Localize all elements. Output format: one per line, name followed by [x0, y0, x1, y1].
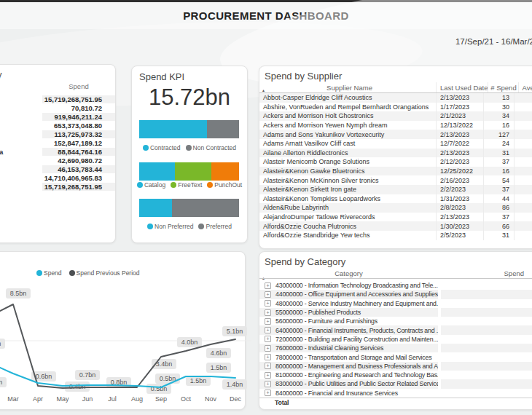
table-row[interactable]: Ackers and Morrison Yewen Nymph dream12/… [259, 121, 532, 130]
spend-count: 16 [483, 121, 514, 130]
last-used-date-header[interactable]: Last Used Date [436, 82, 488, 92]
table-row[interactable]: 653,373,048.80 [0, 121, 115, 130]
bar-segment-punchout [211, 162, 239, 181]
kpi-value: 15.72bn [132, 84, 247, 111]
expand-icon[interactable]: + [265, 345, 271, 352]
expand-icon[interactable]: + [265, 363, 271, 369]
table-row[interactable]: Adams and Sons Yakunikov Vortexecurity2/… [259, 130, 532, 139]
table-row[interactable]: Abbot-Casper Eldridge Cliff Acoustics2/1… [259, 93, 532, 103]
expand-icon[interactable]: + [265, 381, 271, 387]
legend-dot-icon [143, 145, 149, 151]
table-row[interactable]: Adams Arnatt Vasilkov Cliff cast12/7/202… [259, 139, 532, 149]
spend-count: 37 [483, 185, 514, 194]
table-row[interactable]: 46,153,783.44 [0, 165, 115, 173]
last-used-date: 2/13/2023 [436, 149, 483, 158]
legend-label: Preferred [206, 223, 231, 230]
table-row[interactable]: Abshire, VonRueden and Rempel Bernhardt … [259, 103, 532, 112]
supplier-name: Alford&Ozzie Coucha Plutronics [259, 223, 436, 230]
left-panel-spend-header[interactable]: Spend [42, 82, 115, 92]
supplier-header-row: Supplier NameLast Used Date# SpendAverag… [259, 82, 532, 93]
category-label: 55000000 - Published Products [275, 309, 361, 316]
table-row[interactable]: Alasteir&Kenon McKinnon Silver tronics2/… [259, 175, 532, 185]
table-row[interactable]: 919,946,211.24 [0, 112, 115, 121]
table-row[interactable]: 152,847,189.12 [0, 138, 115, 147]
supplier-name: Abshire, VonRueden and Rempel Bernhardt … [259, 103, 436, 111]
table-row[interactable]: +76000000 - Industrial Cleaning Services [259, 344, 532, 352]
expand-icon[interactable]: + [265, 354, 271, 360]
category-cell: +83000000 - Public Utilities and Public … [259, 379, 438, 388]
expand-icon[interactable]: + [265, 282, 271, 289]
category-cell: +48000000 - Service Industry Machinery a… [259, 299, 438, 308]
table-row[interactable]: Ailane Allerton Riddlectronics2/13/20233… [259, 149, 532, 158]
table-row[interactable]: 14,710,406,965.83 [0, 173, 115, 182]
table-row[interactable]: Alford&Ozzie Coucha Plutronics1/30/20236… [259, 221, 532, 231]
table-row[interactable]: +78000000 - Transportation and Storage a… [259, 352, 532, 361]
expand-icon[interactable]: + [265, 336, 271, 342]
table-row[interactable]: Alasteir&Kenon Sirkett Iron gate2/2/2023… [259, 185, 532, 194]
table-row[interactable]: +44000000 - Office Equipment and Accesso… [259, 290, 532, 299]
table-row[interactable]: +55000000 - Published Products [259, 308, 532, 317]
average-cell [514, 231, 532, 240]
table-row[interactable]: +43000000 - Information Technology Broad… [259, 281, 532, 290]
table-row[interactable]: Alden&Rube Labyrinth2/8/202386 [259, 203, 532, 213]
table-row[interactable]: +81000000 - Engineering and Research and… [259, 371, 532, 379]
spend-count: 16 [483, 167, 514, 176]
table-row[interactable]: Alasteir Menicomb Orange Solutions2/12/2… [259, 157, 532, 167]
category-cell: +84000000 - Financial and Insurance Serv… [259, 389, 438, 398]
spend-count: 37 [483, 213, 514, 222]
kpi-bar-legend: Non PreferredPreferred [132, 223, 247, 230]
average-header[interactable]: Average [518, 82, 532, 92]
page-title: PROCUREMENT DASHBOARD [183, 9, 349, 22]
table-row[interactable]: 15,719,268,751.95 [0, 182, 115, 191]
table-row[interactable]: Alasteir&Kenon Gawke Bluetronics12/25/20… [259, 167, 532, 176]
expand-icon[interactable]: + [265, 318, 271, 325]
supplier-name-header[interactable]: Supplier Name [259, 84, 436, 92]
legend-item: Contracted [143, 144, 181, 151]
expand-icon[interactable]: + [265, 372, 271, 379]
table-row[interactable]: +84000000 - Financial and Insurance Serv… [259, 389, 532, 398]
table-row[interactable]: 42,690,980.72 [0, 156, 115, 165]
kpi-bar-legend: ContractedNon Contracted [132, 144, 247, 151]
x-axis-label: Nov [205, 395, 217, 403]
table-row[interactable]: a88,844,764.16 [0, 147, 115, 156]
bar-segment-non-contracted [207, 120, 239, 138]
category-cell: +44000000 - Office Equipment and Accesso… [259, 290, 438, 299]
supplier-name: Adams and Sons Yakunikov Vortexecurity [259, 131, 436, 138]
spend-count-header[interactable]: # Spend [488, 82, 518, 92]
legend-label: Catalog [144, 181, 165, 189]
bar-segment-preferred [172, 199, 239, 217]
table-row[interactable]: 113,725,973.32 [0, 130, 115, 138]
expand-icon[interactable]: + [265, 309, 271, 316]
category-label: 80000000 - Management and Business Profe… [275, 363, 438, 370]
table-row[interactable]: AlejandroDumper Tatlowe Riverecords2/13/… [259, 213, 532, 222]
last-used-date: 12/25/2022 [436, 167, 483, 176]
table-row[interactable]: Alford&Ozzie Standbridge Yew techs2/5/20… [259, 231, 532, 240]
expand-icon[interactable]: + [265, 327, 271, 333]
legend-dot-icon [186, 145, 192, 151]
table-row[interactable]: 70,810.72 [0, 103, 115, 112]
x-axis-label: Dec [230, 395, 242, 403]
table-row[interactable]: +80000000 - Management and Business Prof… [259, 362, 532, 371]
table-row[interactable]: +64000000 - Financial Instruments, Produ… [259, 325, 532, 334]
table-row[interactable]: Ackers and Morrison Holt Ghostronics2/1/… [259, 111, 532, 121]
average-cell [514, 203, 532, 213]
table-row[interactable]: Alasteir&Kenon Tompkiss Leopardworks1/31… [259, 194, 532, 204]
table-row[interactable]: 15,719,268,751.95 [0, 95, 115, 103]
spend-cell [438, 325, 532, 334]
spend-column-header[interactable]: Spend [438, 269, 532, 277]
expand-icon[interactable]: + [265, 291, 271, 298]
spend-value: 42,690,980.72 [42, 157, 115, 165]
last-used-date: 2/13/2023 [436, 130, 483, 139]
category-column-header[interactable]: Category [259, 269, 438, 277]
expand-icon[interactable]: + [265, 390, 271, 396]
table-row[interactable]: +83000000 - Public Utilities and Public … [259, 379, 532, 388]
last-used-date: 12/13/2022 [436, 121, 483, 130]
x-axis-label: Sep [155, 395, 167, 403]
kpi-title: Spend KPI [139, 71, 184, 82]
table-row[interactable]: +72000000 - Building and Facility Constr… [259, 335, 532, 344]
table-row[interactable]: +56000000 - Furniture and Furnishings [259, 317, 532, 325]
expand-icon[interactable]: + [265, 300, 271, 307]
legend-dot-icon [207, 182, 213, 188]
legend-dot-icon [171, 182, 176, 188]
table-row[interactable]: +48000000 - Service Industry Machinery a… [259, 299, 532, 308]
